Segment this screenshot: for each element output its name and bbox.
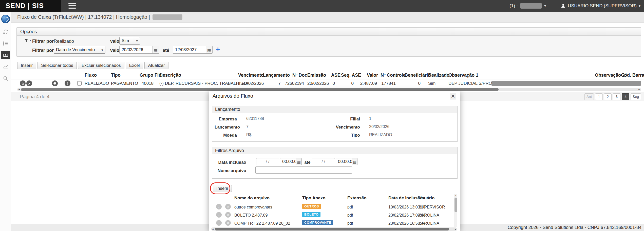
hamburger-menu-icon[interactable] (68, 3, 76, 9)
cell-realizado: Sim (428, 81, 435, 86)
col-ase[interactable]: ASE (331, 73, 340, 78)
date-from-input[interactable]: 20/02/2026 ▦ (119, 46, 159, 54)
col-valor[interactable]: Valor (367, 73, 378, 78)
data-inclusao-to-time-input[interactable]: 00:00:00 ▦ (336, 158, 357, 165)
files-horizontal-scrollbar[interactable]: ◂ ▸ (211, 227, 457, 231)
add-filter-button[interactable]: + (216, 47, 220, 52)
cell-emissao: 20/02/2026 (307, 81, 329, 86)
col-observacao-2[interactable]: Observação 2 (595, 73, 625, 78)
cell-valor: 2.487,09 (359, 81, 377, 86)
remove-icon[interactable]: × (225, 204, 231, 209)
file-col-tipo[interactable]: Tipo Anexo (302, 196, 326, 201)
scroll-right-icon[interactable]: ▸ (454, 227, 457, 231)
col-observacao-1[interactable]: Observação 1 (448, 73, 478, 78)
download-icon[interactable]: ↓ (216, 204, 222, 209)
refresh-button[interactable]: Atualizar (144, 62, 168, 69)
row-checkbox[interactable] (77, 81, 82, 86)
files-vertical-scrollbar[interactable]: ▲ (454, 194, 457, 227)
redacted-breadcrumb-value (153, 14, 182, 20)
calendar-icon[interactable]: ▦ (352, 158, 357, 165)
date-to-value: 12/03/2027 (173, 47, 206, 52)
modal-insert-button[interactable]: Inserir (213, 185, 232, 192)
calendar-icon[interactable]: ▦ (206, 46, 212, 53)
table-row[interactable]: REALIZADO PAGAMENTO 40018 (-) DEP. RECUR… (0, 79, 644, 87)
scroll-thumb[interactable] (21, 88, 499, 91)
scroll-left-icon[interactable]: ◂ (211, 227, 215, 231)
col-lancamento[interactable]: Lançamento (263, 73, 290, 78)
date-to-input[interactable]: 12/03/2027 ▦ (173, 46, 213, 54)
undo-icon[interactable] (20, 80, 26, 86)
data-inclusao-from-date-input[interactable]: / / (256, 158, 279, 165)
filtros-section-header: Filtros Arquivo (212, 147, 457, 154)
col-no-doc[interactable]: Nº Doc (292, 73, 307, 78)
col-tipo[interactable]: Tipo (111, 73, 121, 78)
excel-button[interactable]: Excel (126, 62, 143, 69)
data-inclusao-from-time-input[interactable]: 00:00:00 ▦ (280, 158, 302, 165)
search-icon[interactable] (1, 74, 10, 82)
col-cod-barras[interactable]: Cód. Barras (621, 73, 644, 78)
chart-icon[interactable] (1, 63, 10, 71)
remove-icon[interactable]: × (225, 220, 231, 226)
page-button-2[interactable]: 2 (604, 93, 612, 100)
col-realizado[interactable]: Realizado (428, 73, 449, 78)
user-menu[interactable]: USUARIO SEND (SUPERVISOR) ▾ (561, 3, 640, 9)
grid-toolbar: Inserir Selecionar todos Excluir selecio… (17, 62, 168, 69)
file-col-usuario[interactable]: Usuário (419, 196, 434, 201)
nome-arquivo-input[interactable] (255, 166, 352, 174)
file-name: outros comprovantes (234, 205, 272, 209)
file-col-name[interactable]: Nome do arquivo (234, 196, 270, 201)
download-icon[interactable]: ↓ (216, 212, 222, 218)
file-usuario: CAROLINA (419, 213, 439, 218)
file-name: BOLETO 2.487,09 (234, 213, 268, 218)
col-descricao[interactable]: Descrição (159, 73, 181, 78)
file-col-ext[interactable]: Extensão (347, 196, 367, 201)
edit-icon[interactable] (26, 80, 32, 86)
cell-no-doc: 72602194 (284, 81, 304, 86)
options-panel-title: Opções (20, 29, 37, 34)
delete-selected-button[interactable]: Excluir selecionados (78, 62, 124, 69)
remove-icon[interactable]: × (225, 212, 231, 218)
insert-button[interactable]: Inserir (17, 62, 36, 69)
page-button-3[interactable]: 3 (613, 93, 620, 100)
calendar-icon[interactable]: ▦ (296, 158, 301, 165)
prev-page-button[interactable]: Ant (584, 93, 594, 100)
scroll-left-icon[interactable]: ◂ (17, 88, 21, 91)
col-seq-ase[interactable]: Seq. ASE (341, 73, 361, 78)
realizado-value-select[interactable]: Sim ▾ (119, 37, 140, 45)
scroll-up-icon[interactable]: ▲ (454, 194, 458, 197)
close-icon[interactable]: × (450, 93, 456, 99)
app-logo-icon[interactable] (1, 15, 10, 23)
options-panel-header[interactable]: Opções (17, 28, 641, 36)
col-emissao[interactable]: Emissão (307, 73, 326, 78)
print-icon[interactable] (52, 80, 58, 86)
download-icon[interactable]: ↓ (216, 220, 222, 226)
page-button-1[interactable]: 1 (595, 93, 603, 100)
scroll-thumb[interactable] (215, 228, 449, 230)
chevron-down-icon[interactable]: ▾ (544, 4, 546, 8)
grid-horizontal-scrollbar[interactable]: ◂ ▸ (17, 88, 641, 91)
filter-funnel-icon[interactable]: ▼ (24, 38, 31, 43)
scroll-thumb[interactable] (454, 198, 457, 212)
lancamento-section: Lançamento Empresa 62011788 Filial 1 Lan… (212, 106, 458, 142)
task-list-icon[interactable] (1, 39, 10, 48)
app-brand[interactable]: SEND | SIS (0, 0, 61, 12)
col-fluxo[interactable]: Fluxo (85, 73, 97, 78)
file-name: COMP TRT 22 2.487,09 20_02 (234, 221, 290, 226)
date-placeholder: / / (256, 159, 279, 164)
next-page-button[interactable]: Seg (631, 93, 641, 100)
page-button-4-active[interactable]: 4 (622, 93, 629, 100)
scroll-right-icon[interactable]: ▸ (637, 88, 641, 91)
until-label: até (163, 48, 169, 53)
calendar-icon[interactable]: ▦ (152, 46, 159, 53)
file-col-inclusao[interactable]: Data de inclusão (388, 196, 423, 201)
select-all-button[interactable]: Selecionar todos (37, 62, 77, 69)
filter-field-select[interactable]: Data de Vencimento ▾ (54, 46, 105, 54)
sync-icon[interactable] (1, 28, 10, 36)
data-inclusao-to-date-input[interactable]: / / (312, 158, 335, 165)
attachment-icon[interactable] (65, 80, 70, 86)
cell-ase: 0 (329, 81, 335, 86)
col-vencimento[interactable]: Vencimento (238, 73, 264, 78)
cash-flow-icon[interactable] (1, 51, 10, 59)
col-no-controle[interactable]: Nº Controle (381, 73, 406, 78)
col-beneficiario[interactable]: Beneficiário (405, 73, 431, 78)
